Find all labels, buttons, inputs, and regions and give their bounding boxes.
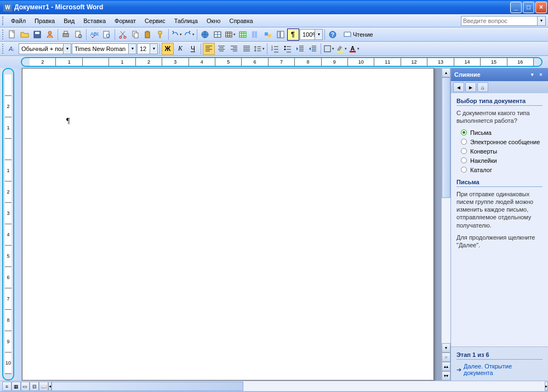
normal-view-button[interactable]: ≡ <box>2 382 12 391</box>
help-search-input[interactable] <box>461 16 538 26</box>
scroll-down-button[interactable]: ▾ <box>442 343 450 353</box>
outline-view-button[interactable]: ⊟ <box>30 382 39 391</box>
align-justify-button[interactable] <box>241 43 253 55</box>
zoom-combo[interactable]: 100%▾ <box>300 29 323 40</box>
bullet-list-button[interactable] <box>282 43 294 55</box>
cut-button[interactable] <box>117 29 129 41</box>
formatting-toolbar: A↓ Обычный + пол▾ Times New Roman▾ 12▾ Ж… <box>0 42 548 56</box>
font-color-button[interactable]: A <box>348 43 360 55</box>
hyperlink-button[interactable] <box>199 29 211 41</box>
tp-next-link[interactable]: ➔Далее. Открытие документа <box>456 363 543 376</box>
print-layout-view-button[interactable]: ▭ <box>21 382 30 391</box>
svg-point-3 <box>48 31 52 35</box>
nav-forward-button[interactable]: ► <box>465 82 476 92</box>
document-map-button[interactable] <box>275 29 287 41</box>
menu-edit[interactable]: Правка <box>30 16 59 26</box>
help-dropdown[interactable]: ▾ <box>538 16 546 26</box>
tables-borders-button[interactable] <box>212 29 224 41</box>
option-label: Письма <box>470 129 492 136</box>
show-formatting-button[interactable]: ¶ <box>287 29 299 41</box>
save-button[interactable] <box>31 29 43 41</box>
scroll-thumb[interactable] <box>442 77 450 198</box>
task-pane-dropdown[interactable]: ▾ <box>528 71 536 78</box>
font-combo[interactable]: Times New Roman▾ <box>72 43 136 54</box>
nav-back-button[interactable]: ◄ <box>453 82 464 92</box>
align-center-button[interactable] <box>215 43 227 55</box>
menu-format[interactable]: Формат <box>110 16 140 26</box>
vertical-scrollbar[interactable]: ▴ ▾ ○ ▴▴ ▾▾ <box>441 68 450 380</box>
next-page-button[interactable]: ▾▾ <box>442 371 450 380</box>
redo-button[interactable] <box>183 29 195 41</box>
menu-window[interactable]: Окно <box>202 16 225 26</box>
scroll-right-button[interactable]: ▸ <box>545 382 548 391</box>
maximize-button[interactable]: □ <box>523 2 534 13</box>
horizontal-ruler[interactable]: 2112345678910111213141516 <box>21 57 543 67</box>
scroll-up-button[interactable]: ▴ <box>442 68 450 77</box>
help-button[interactable]: ? <box>327 29 339 41</box>
menu-insert[interactable]: Вставка <box>79 16 110 26</box>
menu-view[interactable]: Вид <box>59 16 79 26</box>
browse-object-button[interactable]: ○ <box>442 353 450 362</box>
document-page[interactable]: ¶ <box>22 68 434 380</box>
toolbar-grip[interactable] <box>2 16 4 25</box>
line-spacing-button[interactable] <box>253 43 265 55</box>
format-painter-button[interactable] <box>155 29 167 41</box>
borders-button[interactable] <box>323 43 335 55</box>
radio-icon <box>461 129 467 135</box>
doc-type-option[interactable]: Письма <box>461 129 543 136</box>
svg-text:A: A <box>351 45 355 51</box>
align-right-button[interactable] <box>228 43 240 55</box>
reading-mode-button[interactable]: Чтение <box>339 29 377 41</box>
spelling-button[interactable]: ABC <box>88 29 100 41</box>
increase-indent-button[interactable] <box>307 43 319 55</box>
highlight-button[interactable] <box>335 43 347 55</box>
bold-button[interactable]: Ж <box>162 43 174 55</box>
toolbar-grip[interactable] <box>2 44 4 54</box>
paste-button[interactable] <box>142 29 154 41</box>
doc-type-option[interactable]: Наклейки <box>461 157 543 164</box>
minimize-button[interactable]: _ <box>510 2 522 13</box>
reading-view-button[interactable]: 📖 <box>39 382 48 391</box>
insert-excel-button[interactable] <box>237 29 249 41</box>
doc-type-option[interactable]: Конверты <box>461 148 543 155</box>
doc-type-option[interactable]: Электронное сообщение <box>461 139 543 145</box>
italic-button[interactable]: К <box>174 43 186 55</box>
print-button[interactable] <box>60 29 72 41</box>
menu-file[interactable]: Файл <box>7 16 30 26</box>
ruler-segment: 9 <box>5 331 12 353</box>
horizontal-scrollbar[interactable]: ◂ ▸ <box>48 382 548 391</box>
menu-tools[interactable]: Сервис <box>140 16 170 26</box>
insert-table-button[interactable] <box>224 29 236 41</box>
close-button[interactable]: × <box>535 2 547 13</box>
menu-help[interactable]: Справка <box>225 16 257 26</box>
styles-pane-button[interactable]: A↓ <box>6 43 18 55</box>
research-button[interactable] <box>101 29 113 41</box>
numbered-list-button[interactable]: 12 <box>269 43 281 55</box>
nav-home-button[interactable]: ⌂ <box>477 82 488 92</box>
font-size-combo[interactable]: 12▾ <box>137 43 158 54</box>
option-label: Наклейки <box>470 157 497 164</box>
hscroll-thumb[interactable] <box>52 382 243 391</box>
print-preview-button[interactable] <box>72 29 84 41</box>
undo-button[interactable] <box>170 29 182 41</box>
new-document-button[interactable] <box>6 29 18 41</box>
align-left-button[interactable] <box>203 43 215 55</box>
web-view-button[interactable]: ▦ <box>12 382 21 391</box>
vertical-ruler[interactable]: 2112345678910 <box>2 68 14 380</box>
permission-button[interactable] <box>44 29 56 41</box>
svg-point-35 <box>284 48 286 50</box>
doc-type-option[interactable]: Каталог <box>461 167 543 173</box>
menu-table[interactable]: Таблица <box>170 16 202 26</box>
toolbar-grip[interactable] <box>2 30 4 39</box>
prev-page-button[interactable]: ▴▴ <box>442 362 450 371</box>
underline-button[interactable]: Ч <box>187 43 199 55</box>
tp-section2-hint: Для продолжения щелкните "Далее". <box>456 234 543 249</box>
copy-button[interactable] <box>129 29 141 41</box>
decrease-indent-button[interactable] <box>294 43 306 55</box>
document-area: ¶ ▴ ▾ ○ ▴▴ ▾▾ <box>22 68 450 380</box>
columns-button[interactable] <box>249 29 261 41</box>
task-pane-close[interactable]: × <box>537 71 545 78</box>
drawing-toggle-button[interactable] <box>262 29 274 41</box>
open-button[interactable] <box>19 29 31 41</box>
style-combo[interactable]: Обычный + пол▾ <box>19 43 71 54</box>
